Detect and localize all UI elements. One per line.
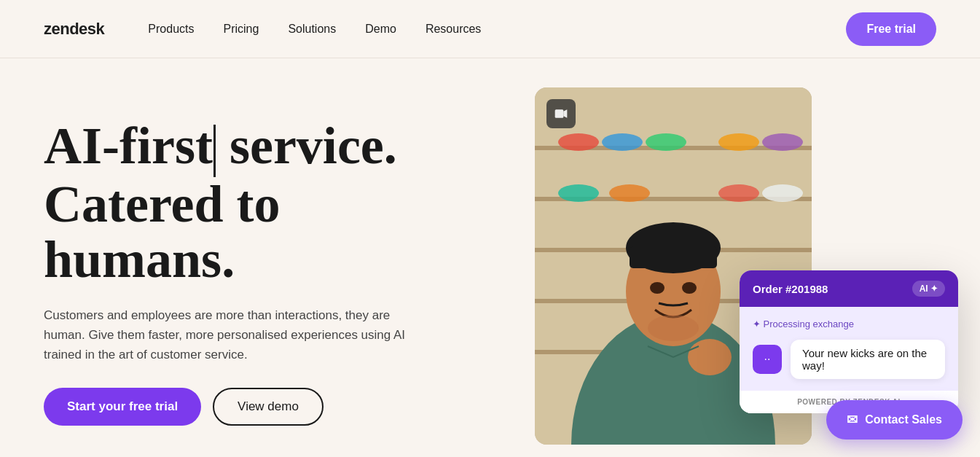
ai-badge: AI ✦ bbox=[912, 281, 945, 297]
svg-point-6 bbox=[558, 133, 599, 151]
hero-description: Customers and employees are more than in… bbox=[44, 305, 408, 365]
svg-point-14 bbox=[762, 184, 803, 202]
svg-rect-18 bbox=[630, 246, 717, 268]
nav-pricing[interactable]: Pricing bbox=[223, 23, 259, 35]
message-avatar: ·· bbox=[753, 345, 782, 374]
cursor-line bbox=[213, 125, 216, 177]
nav-links: Products Pricing Solutions Demo Resource… bbox=[148, 23, 846, 36]
nav-demo[interactable]: Demo bbox=[365, 23, 396, 35]
svg-point-22 bbox=[688, 339, 732, 375]
order-card-body: ✦ Processing exchange ·· Your new kicks … bbox=[740, 307, 958, 391]
processing-text: ✦ Processing exchange bbox=[753, 319, 945, 329]
hero-section: AI-first service. Catered to humans. Cus… bbox=[0, 58, 980, 457]
mail-icon: ✉ bbox=[847, 412, 858, 428]
contact-sales-button[interactable]: ✉ Contact Sales bbox=[826, 400, 963, 440]
nav-solutions[interactable]: Solutions bbox=[288, 23, 336, 35]
order-card-header: Order #201988 AI ✦ bbox=[740, 270, 958, 307]
svg-rect-23 bbox=[554, 109, 563, 118]
video-icon[interactable] bbox=[546, 99, 576, 128]
free-trial-button[interactable]: Free trial bbox=[846, 12, 936, 46]
svg-point-12 bbox=[609, 184, 650, 202]
order-number: Order #201988 bbox=[753, 283, 828, 295]
message-bubble: Your new kicks are on the way! bbox=[791, 340, 945, 379]
contact-sales-label: Contact Sales bbox=[865, 413, 942, 426]
hero-title: AI-first service. Catered to humans. bbox=[44, 119, 506, 288]
nav-resources[interactable]: Resources bbox=[426, 23, 481, 35]
svg-point-20 bbox=[682, 282, 697, 294]
svg-point-13 bbox=[718, 184, 759, 202]
hero-left: AI-first service. Catered to humans. Cus… bbox=[44, 119, 535, 426]
svg-point-9 bbox=[718, 133, 759, 151]
start-trial-button[interactable]: Start your free trial bbox=[44, 388, 201, 426]
nav-products[interactable]: Products bbox=[148, 23, 194, 35]
svg-point-21 bbox=[648, 315, 699, 341]
svg-point-11 bbox=[558, 184, 599, 202]
brand-logo[interactable]: zendesk bbox=[44, 20, 104, 39]
order-card: Order #201988 AI ✦ ✦ Processing exchange… bbox=[740, 270, 958, 413]
svg-point-7 bbox=[602, 133, 643, 151]
svg-marker-24 bbox=[563, 109, 567, 118]
svg-point-8 bbox=[646, 133, 686, 151]
message-row: ·· Your new kicks are on the way! bbox=[753, 340, 945, 379]
svg-point-10 bbox=[762, 133, 803, 151]
navbar: zendesk Products Pricing Solutions Demo … bbox=[0, 0, 980, 58]
hero-buttons: Start your free trial View demo bbox=[44, 388, 506, 426]
svg-point-19 bbox=[650, 282, 665, 294]
view-demo-button[interactable]: View demo bbox=[213, 388, 324, 426]
